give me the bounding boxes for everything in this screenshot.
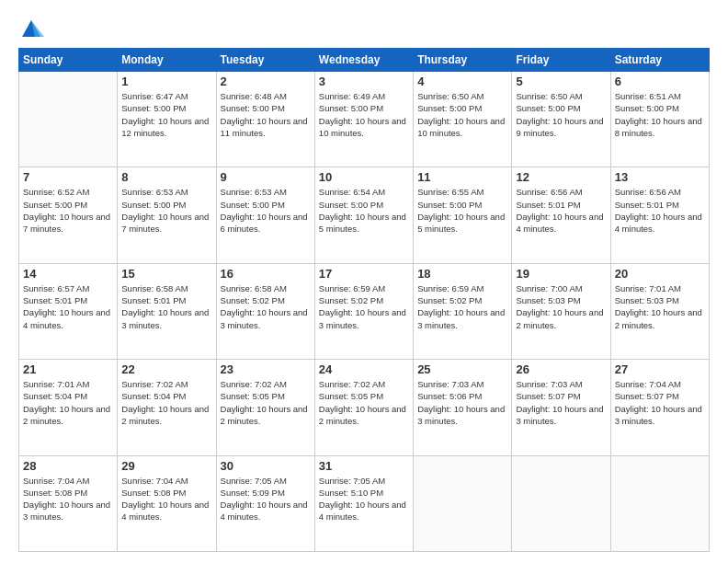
calendar-cell: 16Sunrise: 6:58 AMSunset: 5:02 PMDayligh… [216, 263, 314, 359]
calendar-cell: 10Sunrise: 6:54 AMSunset: 5:00 PMDayligh… [314, 167, 413, 263]
calendar-cell: 14Sunrise: 6:57 AMSunset: 5:01 PMDayligh… [19, 263, 118, 359]
day-number: 31 [319, 459, 409, 473]
day-info: Sunrise: 6:57 AMSunset: 5:01 PMDaylight:… [23, 282, 113, 331]
day-info: Sunrise: 6:56 AMSunset: 5:01 PMDaylight:… [615, 186, 705, 235]
calendar-cell: 23Sunrise: 7:02 AMSunset: 5:05 PMDayligh… [216, 360, 314, 455]
day-info: Sunrise: 7:01 AMSunset: 5:03 PMDaylight:… [615, 282, 705, 331]
day-number: 3 [319, 75, 409, 88]
day-info: Sunrise: 7:03 AMSunset: 5:06 PMDaylight:… [417, 378, 507, 427]
day-number: 29 [121, 459, 211, 473]
day-number: 10 [319, 170, 409, 184]
day-info: Sunrise: 6:47 AMSunset: 5:00 PMDaylight:… [121, 90, 211, 139]
logo-icon [18, 17, 44, 42]
day-info: Sunrise: 6:56 AMSunset: 5:01 PMDaylight:… [516, 186, 606, 235]
day-number: 27 [615, 362, 705, 376]
calendar-cell: 22Sunrise: 7:02 AMSunset: 5:04 PMDayligh… [118, 360, 216, 455]
day-info: Sunrise: 6:55 AMSunset: 5:00 PMDaylight:… [417, 186, 507, 235]
day-info: Sunrise: 6:49 AMSunset: 5:00 PMDaylight:… [319, 90, 409, 139]
day-number: 26 [516, 362, 606, 376]
day-number: 4 [417, 75, 507, 88]
calendar-cell: 18Sunrise: 6:59 AMSunset: 5:02 PMDayligh… [414, 263, 512, 359]
day-number: 18 [417, 267, 507, 281]
calendar-cell: 1Sunrise: 6:47 AMSunset: 5:00 PMDaylight… [118, 72, 216, 167]
calendar-cell: 12Sunrise: 6:56 AMSunset: 5:01 PMDayligh… [512, 167, 610, 263]
day-number: 15 [121, 267, 211, 281]
calendar-cell: 6Sunrise: 6:51 AMSunset: 5:00 PMDaylight… [610, 72, 709, 167]
page-header [18, 17, 710, 42]
calendar-cell [512, 455, 610, 551]
day-number: 25 [417, 362, 507, 376]
day-info: Sunrise: 6:58 AMSunset: 5:01 PMDaylight:… [121, 282, 211, 331]
day-info: Sunrise: 6:59 AMSunset: 5:02 PMDaylight:… [417, 282, 507, 331]
day-number: 13 [615, 170, 705, 184]
calendar-cell [19, 72, 118, 167]
day-info: Sunrise: 7:04 AMSunset: 5:08 PMDaylight:… [23, 475, 113, 523]
day-info: Sunrise: 6:51 AMSunset: 5:00 PMDaylight:… [615, 90, 705, 139]
logo [18, 17, 48, 42]
calendar-cell: 24Sunrise: 7:02 AMSunset: 5:05 PMDayligh… [314, 360, 413, 455]
day-number: 22 [121, 362, 211, 376]
day-number: 19 [516, 267, 606, 281]
calendar-cell: 11Sunrise: 6:55 AMSunset: 5:00 PMDayligh… [414, 167, 512, 263]
day-info: Sunrise: 7:04 AMSunset: 5:07 PMDaylight:… [615, 378, 705, 427]
calendar-cell: 15Sunrise: 6:58 AMSunset: 5:01 PMDayligh… [118, 263, 216, 359]
calendar-cell: 5Sunrise: 6:50 AMSunset: 5:00 PMDaylight… [512, 72, 610, 167]
day-number: 24 [319, 362, 409, 376]
calendar-cell: 28Sunrise: 7:04 AMSunset: 5:08 PMDayligh… [19, 455, 118, 551]
day-number: 17 [319, 267, 409, 281]
calendar-week-row: 7Sunrise: 6:52 AMSunset: 5:00 PMDaylight… [19, 167, 710, 263]
calendar-cell: 2Sunrise: 6:48 AMSunset: 5:00 PMDaylight… [216, 72, 314, 167]
day-number: 28 [23, 459, 113, 473]
day-info: Sunrise: 6:53 AMSunset: 5:00 PMDaylight:… [121, 186, 211, 235]
calendar-cell: 7Sunrise: 6:52 AMSunset: 5:00 PMDaylight… [19, 167, 118, 263]
day-info: Sunrise: 7:05 AMSunset: 5:10 PMDaylight:… [319, 475, 409, 523]
weekday-header: Saturday [610, 49, 709, 72]
day-number: 21 [23, 362, 113, 376]
day-info: Sunrise: 6:48 AMSunset: 5:00 PMDaylight:… [221, 90, 311, 139]
day-info: Sunrise: 7:00 AMSunset: 5:03 PMDaylight:… [516, 282, 606, 331]
calendar-cell: 31Sunrise: 7:05 AMSunset: 5:10 PMDayligh… [314, 455, 413, 551]
calendar-cell [610, 455, 709, 551]
calendar-cell [414, 455, 512, 551]
day-info: Sunrise: 7:03 AMSunset: 5:07 PMDaylight:… [516, 378, 606, 427]
calendar-cell: 30Sunrise: 7:05 AMSunset: 5:09 PMDayligh… [216, 455, 314, 551]
calendar-cell: 4Sunrise: 6:50 AMSunset: 5:00 PMDaylight… [414, 72, 512, 167]
weekday-header: Tuesday [216, 49, 314, 72]
calendar-cell: 25Sunrise: 7:03 AMSunset: 5:06 PMDayligh… [414, 360, 512, 455]
day-number: 8 [121, 170, 211, 184]
weekday-header: Monday [118, 49, 216, 72]
day-number: 12 [516, 170, 606, 184]
day-number: 6 [615, 75, 705, 88]
day-info: Sunrise: 7:02 AMSunset: 5:04 PMDaylight:… [121, 378, 211, 427]
weekday-header-row: SundayMondayTuesdayWednesdayThursdayFrid… [19, 49, 710, 72]
day-info: Sunrise: 7:05 AMSunset: 5:09 PMDaylight:… [221, 475, 311, 523]
day-number: 5 [516, 75, 606, 88]
calendar-cell: 13Sunrise: 6:56 AMSunset: 5:01 PMDayligh… [610, 167, 709, 263]
calendar-cell: 8Sunrise: 6:53 AMSunset: 5:00 PMDaylight… [118, 167, 216, 263]
weekday-header: Thursday [414, 49, 512, 72]
day-number: 20 [615, 267, 705, 281]
day-number: 9 [221, 170, 311, 184]
day-info: Sunrise: 6:58 AMSunset: 5:02 PMDaylight:… [221, 282, 311, 331]
day-info: Sunrise: 7:04 AMSunset: 5:08 PMDaylight:… [121, 475, 211, 523]
weekday-header: Friday [512, 49, 610, 72]
calendar-week-row: 28Sunrise: 7:04 AMSunset: 5:08 PMDayligh… [19, 455, 710, 551]
day-number: 14 [23, 267, 113, 281]
day-number: 23 [221, 362, 311, 376]
calendar-week-row: 21Sunrise: 7:01 AMSunset: 5:04 PMDayligh… [19, 360, 710, 455]
day-info: Sunrise: 7:02 AMSunset: 5:05 PMDaylight:… [221, 378, 311, 427]
day-number: 30 [221, 459, 311, 473]
day-number: 1 [121, 75, 211, 88]
calendar-cell: 3Sunrise: 6:49 AMSunset: 5:00 PMDaylight… [314, 72, 413, 167]
calendar-cell: 17Sunrise: 6:59 AMSunset: 5:02 PMDayligh… [314, 263, 413, 359]
calendar-cell: 27Sunrise: 7:04 AMSunset: 5:07 PMDayligh… [610, 360, 709, 455]
day-info: Sunrise: 6:50 AMSunset: 5:00 PMDaylight:… [516, 90, 606, 139]
day-info: Sunrise: 7:02 AMSunset: 5:05 PMDaylight:… [319, 378, 409, 427]
calendar-cell: 20Sunrise: 7:01 AMSunset: 5:03 PMDayligh… [610, 263, 709, 359]
calendar-cell: 19Sunrise: 7:00 AMSunset: 5:03 PMDayligh… [512, 263, 610, 359]
day-number: 2 [221, 75, 311, 88]
day-info: Sunrise: 7:01 AMSunset: 5:04 PMDaylight:… [23, 378, 113, 427]
day-info: Sunrise: 6:52 AMSunset: 5:00 PMDaylight:… [23, 186, 113, 235]
day-info: Sunrise: 6:54 AMSunset: 5:00 PMDaylight:… [319, 186, 409, 235]
day-info: Sunrise: 6:50 AMSunset: 5:00 PMDaylight:… [417, 90, 507, 139]
